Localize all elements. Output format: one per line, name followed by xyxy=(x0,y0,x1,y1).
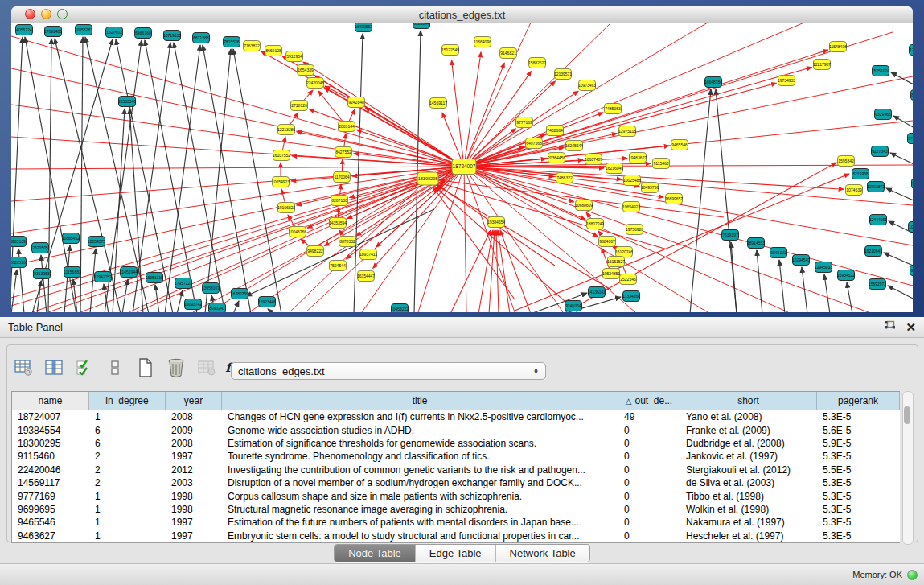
graph-node[interactable]: 2718126 xyxy=(291,101,308,111)
graph-node[interactable]: 1654339 xyxy=(298,65,314,76)
graph-node[interactable]: 15751074 xyxy=(872,66,889,76)
graph-node[interactable]: 2522546 xyxy=(620,274,637,285)
tab-node-table[interactable]: Node Table xyxy=(335,545,416,562)
graph-node[interactable]: 19524851 xyxy=(602,269,620,279)
graph-node[interactable]: 10025488 xyxy=(623,175,641,186)
graph-node[interactable]: 1527602 xyxy=(106,27,123,38)
close-panel-icon[interactable]: ✕ xyxy=(906,321,916,333)
table-row[interactable]: 969969511998Structural magnetic resonanc… xyxy=(12,503,900,516)
graph-node[interactable]: 20364456 xyxy=(548,153,565,163)
column-header-in_degree[interactable]: in_degree xyxy=(89,392,166,410)
graph-node[interactable]: 12945033 xyxy=(815,262,832,273)
graph-node[interactable]: 12217987 xyxy=(813,60,831,70)
graph-node[interactable]: 7163822 xyxy=(244,41,261,51)
graph-node[interactable]: 1595842 xyxy=(838,156,855,167)
graph-node[interactable]: 16093742 xyxy=(184,299,202,310)
graph-node[interactable]: 11548408 xyxy=(829,42,847,52)
graph-node[interactable]: 11451944 xyxy=(120,267,138,278)
row-height-icon[interactable] xyxy=(105,357,125,378)
graph-node[interactable]: 6466160 xyxy=(135,28,152,39)
table-row[interactable]: 1872400712008Changes of HCN gene express… xyxy=(12,410,900,423)
graph-node[interactable]: 8427552 xyxy=(335,147,352,158)
graph-node[interactable]: 5912954 xyxy=(286,51,303,62)
graph-node[interactable]: 10607487 xyxy=(585,154,602,165)
table-row[interactable]: 1938455462009Genome-wide association stu… xyxy=(12,423,900,436)
graph-node[interactable]: 4055724 xyxy=(16,25,33,35)
graph-node[interactable]: 16154447 xyxy=(357,271,375,282)
graph-node[interactable]: 1241064 xyxy=(910,45,914,56)
column-header-title[interactable]: title xyxy=(222,392,618,410)
graph-node[interactable]: 8267130 xyxy=(331,196,348,206)
float-panel-icon[interactable] xyxy=(884,320,896,334)
graph-node[interactable]: 16648784 xyxy=(704,77,722,88)
graph-node[interactable]: 9245032 xyxy=(912,179,914,189)
graph-node[interactable]: 14136141 xyxy=(588,287,606,298)
graph-node[interactable]: 13958167 xyxy=(202,283,220,294)
graph-node[interactable]: 18495756 xyxy=(641,183,659,193)
graph-node[interactable]: 12213386 xyxy=(277,125,295,135)
graph-node[interactable]: 9884067 xyxy=(599,237,616,247)
graph-node[interactable]: 12975115 xyxy=(618,126,636,137)
graph-node[interactable]: 15122549 xyxy=(441,45,459,56)
graph-node[interactable]: 16210643 xyxy=(864,246,882,257)
graph-node[interactable]: 16151527 xyxy=(607,257,625,267)
memory-status-icon[interactable] xyxy=(907,570,918,580)
column-header-out_de[interactable]: △out_de... xyxy=(618,392,680,410)
network-graph[interactable]: 4055724276914061055328715276026466160107… xyxy=(11,23,913,312)
graph-node[interactable]: 16934522 xyxy=(837,270,855,281)
graph-node[interactable]: 1064523 xyxy=(909,222,914,233)
graph-node[interactable]: 11156883 xyxy=(64,267,81,278)
graph-node[interactable]: 9115460 xyxy=(653,159,670,169)
graph-node[interactable]: 15882520 xyxy=(528,58,546,68)
graph-node[interactable]: 9242848 xyxy=(348,97,365,108)
column-header-pagerank[interactable]: pagerank xyxy=(817,392,900,410)
network-table-select[interactable]: citations_edges.txt ▲▼ xyxy=(231,362,546,380)
show-column-icon[interactable] xyxy=(43,357,64,378)
graph-node[interactable]: 18724007 xyxy=(452,159,476,175)
tab-edge-table[interactable]: Edge Table xyxy=(416,545,496,562)
select-columns-icon[interactable] xyxy=(74,357,95,378)
graph-node[interactable]: 19166822 xyxy=(277,203,295,213)
table-row[interactable]: 977716911998Corpus callosum shape and si… xyxy=(12,489,900,502)
graph-node[interactable]: 1170064 xyxy=(334,172,351,183)
graph-node[interactable]: 8878332 xyxy=(339,237,356,247)
table-mode-icon[interactable] xyxy=(13,357,34,378)
table-vertical-scrollbar[interactable] xyxy=(902,391,914,545)
graph-node[interactable]: 10046766 xyxy=(289,227,306,237)
graph-node[interactable]: 20553346 xyxy=(118,97,136,107)
graph-node[interactable]: 19734933 xyxy=(778,76,795,86)
graph-node[interactable]: 16120746 xyxy=(615,247,633,257)
graph-node[interactable]: 12923446 xyxy=(258,297,276,307)
graph-node[interactable]: 11664096 xyxy=(474,37,491,47)
graph-node[interactable]: 10453222 xyxy=(391,304,409,313)
graph-node[interactable]: 9313953 xyxy=(34,269,51,279)
graph-node[interactable]: 12942757 xyxy=(94,272,112,282)
graph-node[interactable]: 16782759 xyxy=(231,289,248,299)
graph-node[interactable]: 16107552 xyxy=(273,150,290,161)
graph-node[interactable]: 8215958 xyxy=(852,169,869,179)
minimize-window-button[interactable] xyxy=(41,9,51,19)
graph-node[interactable]: 7485063 xyxy=(605,104,622,114)
network-graph-canvas[interactable]: 4055724276914061055328715276026466160107… xyxy=(11,23,913,312)
graph-node[interactable]: 8093241 xyxy=(209,303,226,313)
column-header-year[interactable]: year xyxy=(166,392,222,410)
graph-node[interactable]: 16409552 xyxy=(355,23,372,32)
graph-node[interactable]: 12444151 xyxy=(869,215,887,225)
graph-node[interactable]: 15051315 xyxy=(146,273,163,283)
graph-node[interactable]: 9146821 xyxy=(500,48,517,59)
graph-node[interactable]: 9227343 xyxy=(872,146,889,157)
graph-node[interactable]: 2520505 xyxy=(32,243,49,253)
table-row[interactable]: 911546021997Tourette syndrome. Phenomeno… xyxy=(12,450,900,463)
graph-node[interactable]: 10973493 xyxy=(578,80,596,91)
graph-node[interactable]: 18300295 xyxy=(417,172,438,185)
graph-node[interactable]: 9329966 xyxy=(875,109,892,120)
graph-node[interactable]: 7462664 xyxy=(547,126,564,136)
graph-node[interactable]: 9465546 xyxy=(671,140,688,150)
graph-node[interactable]: 12093872 xyxy=(867,182,885,192)
close-window-button[interactable] xyxy=(25,9,35,19)
zoom-window-button[interactable] xyxy=(57,9,68,19)
graph-node[interactable]: 12054575 xyxy=(88,237,105,247)
graph-node[interactable]: 10553287 xyxy=(75,25,92,35)
graph-node[interactable]: 19384554 xyxy=(487,217,505,228)
graph-node[interactable]: 8245022 xyxy=(911,90,914,101)
